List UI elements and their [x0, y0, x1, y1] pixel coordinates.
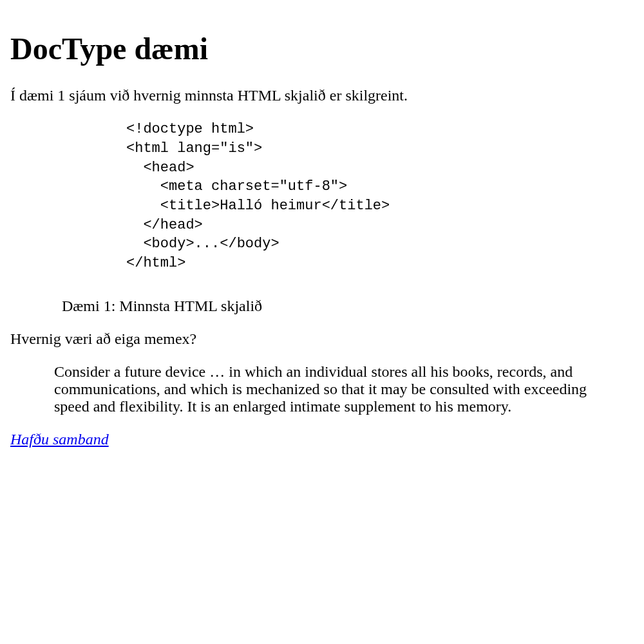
intro-paragraph: Í dæmi 1 sjáum við hvernig minnsta HTML …	[10, 87, 634, 104]
memex-quote: Consider a future device … in which an i…	[54, 363, 608, 415]
code-block: <!doctype html> <html lang="is"> <head> …	[126, 120, 608, 273]
code-caption: Dæmi 1: Minnsta HTML skjalið	[62, 298, 608, 315]
question-paragraph: Hvernig væri að eiga memex?	[10, 330, 634, 348]
contact-link[interactable]: Hafðu samband	[10, 431, 109, 448]
quote-text: Consider a future device … in which an i…	[54, 363, 608, 415]
code-figure: <!doctype html> <html lang="is"> <head> …	[36, 120, 608, 315]
page-heading: DocType dæmi	[10, 31, 634, 66]
contact-address: Hafðu samband	[10, 431, 634, 448]
